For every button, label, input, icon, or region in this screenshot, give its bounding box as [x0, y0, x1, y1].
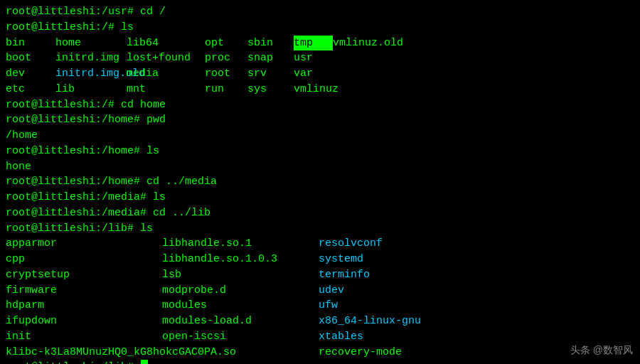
cmd-line-final: root@littleshi:/lib# — [6, 360, 634, 364]
ls-root-row3: dev initrd.img.old media root srv var — [6, 66, 634, 82]
ls-lib-row8: klibc-k3La8MUnuzHQ0_kG8hokcGAC0PA.so rec… — [6, 345, 634, 360]
ls-lib-row6: ifupdown modules-load.d x86_64-linux-gnu — [6, 314, 634, 329]
cursor — [141, 360, 148, 364]
ls-lib-row1: apparmor libhandle.so.1 resolvconf — [6, 236, 634, 252]
cmd-1: cd / — [140, 4, 166, 20]
ls-home-output: hone — [6, 159, 634, 175]
cmd-line-6: root@littleshi:/home# cd ../media — [6, 174, 634, 190]
cmd-line-9: root@littleshi:/lib# ls — [6, 221, 634, 237]
pwd-output: /home — [6, 128, 634, 144]
prompt-2: root@littleshi:/# — [6, 20, 121, 36]
cmd-line-7: root@littleshi:/media# ls — [6, 190, 634, 205]
ls-lib-row5: hdparm modules ufw — [6, 298, 634, 314]
ls-lib-row3: cryptsetup lsb terminfo — [6, 267, 634, 283]
cmd-line-1: root@littleshi:/usr# cd / — [6, 4, 634, 20]
watermark: 头条 @数智风 — [570, 344, 633, 357]
cmd-line-2: root@littleshi:/# ls — [6, 20, 634, 36]
cmd-2: ls — [121, 20, 134, 36]
ls-lib-row4: firmware modprobe.d udev — [6, 283, 634, 299]
prompt-1: root@littleshi:/usr# — [6, 4, 140, 20]
terminal-window: root@littleshi:/usr# cd / root@littleshi… — [0, 0, 640, 364]
cmd-line-3: root@littleshi:/# cd home — [6, 97, 634, 113]
ls-lib-row2: cpp libhandle.so.1.0.3 systemd — [6, 252, 634, 267]
ls-lib-row7: init open-iscsi xtables — [6, 329, 634, 345]
cmd-line-4: root@littleshi:/home# pwd — [6, 112, 634, 128]
cmd-line-5: root@littleshi:/home# ls — [6, 144, 634, 159]
ls-root-row2: boot initrd.img lost+found proc snap usr — [6, 50, 634, 66]
cmd-line-8: root@littleshi:/media# cd ../lib — [6, 205, 634, 221]
ls-root-row1: bin home lib64 opt sbin tmp vmlinuz.old — [6, 36, 634, 51]
ls-root-row4: etc lib mnt run sys vmlinuz — [6, 82, 634, 97]
